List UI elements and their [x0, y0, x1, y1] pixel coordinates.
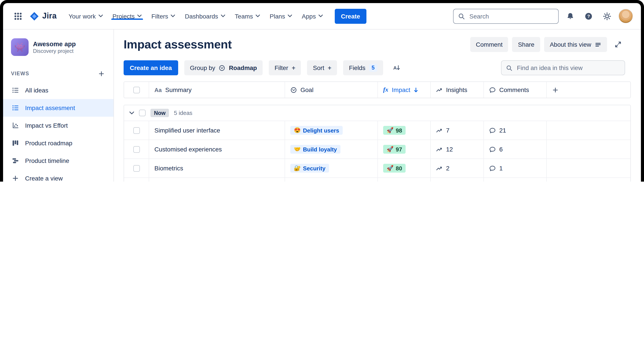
find-idea-input[interactable] [516, 64, 620, 72]
search-icon [506, 65, 512, 71]
app-switcher-icon [14, 12, 22, 20]
column-header-impact[interactable]: fx Impact [378, 82, 431, 98]
group-count: 5 ideas [174, 110, 192, 116]
chevron-down-icon [288, 15, 292, 18]
impact-chip[interactable]: 🚀97 [383, 145, 406, 154]
sidebar-item-create-a-view[interactable]: Create a view [3, 170, 114, 182]
rank-sort-button[interactable] [389, 61, 403, 75]
column-header-insights[interactable]: Insights [431, 82, 484, 98]
idea-summary[interactable]: Simplified user interface [154, 127, 220, 134]
idea-summary[interactable]: Biometrics [154, 165, 183, 172]
profile-avatar[interactable] [618, 9, 633, 23]
sidebar-item-label: Product roadmap [25, 140, 72, 147]
nav-item-dashboards[interactable]: Dashboards [180, 13, 230, 20]
idea-row[interactable]: Simplified user interface 😍Delight users… [124, 121, 630, 140]
app-switcher-button[interactable] [11, 9, 25, 23]
goal-label: Security [303, 165, 326, 171]
sidebar-item-product-timeline[interactable]: Product timeline [3, 152, 114, 170]
insights-count: 2 [446, 165, 450, 172]
impact-emoji: 🚀 [387, 166, 394, 171]
column-header-comments[interactable]: Comments [484, 82, 547, 98]
nav-item-filters[interactable]: Filters [146, 13, 180, 20]
idea-summary[interactable]: Customised experiences [154, 146, 222, 153]
sidebar-item-impact-vs-effort[interactable]: Impact vs Effort [3, 117, 114, 134]
goal-chip[interactable]: 🔐Security [290, 164, 329, 173]
settings-gear-icon [603, 12, 611, 20]
insights-cell[interactable]: 12 [431, 140, 484, 159]
plus-icon: + [328, 64, 331, 71]
global-search-input[interactable] [468, 12, 554, 20]
comments-count: 6 [499, 146, 503, 153]
insights-cell[interactable]: 2 [431, 159, 484, 177]
about-this-view-button[interactable]: About this view [544, 37, 607, 52]
jira-logo[interactable]: Jira [30, 11, 57, 21]
nav-item-your-work[interactable]: Your work [64, 13, 108, 20]
fields-button[interactable]: Fields 5 [343, 60, 383, 75]
sidebar-item-impact-assesment[interactable]: Impact assesment [3, 99, 114, 117]
fullscreen-button[interactable] [611, 38, 625, 52]
comments-cell[interactable]: 1 [484, 159, 547, 177]
goal-label: Build loyalty [303, 146, 337, 153]
column-header-goal[interactable]: Goal [285, 82, 378, 98]
collapse-group-icon[interactable] [129, 111, 134, 115]
insights-count: 12 [446, 146, 453, 153]
main-content: Impact assessment Comment Share About th… [114, 30, 641, 182]
comment-button[interactable]: Comment [470, 37, 508, 52]
insights-cell[interactable]: 3 [431, 178, 484, 182]
nav-item-plans[interactable]: Plans [265, 13, 297, 20]
sort-button[interactable]: Sort + [307, 60, 337, 75]
goal-chip[interactable]: 🤝Build loyalty [290, 145, 340, 154]
page-title: Impact assessment [124, 38, 470, 51]
chevron-down-icon [318, 15, 323, 18]
fields-count-badge: 5 [369, 64, 377, 72]
idea-row[interactable]: Biometrics 🔐Security 🚀80 2 1 [124, 159, 630, 177]
nav-item-projects[interactable]: Projects [108, 13, 146, 20]
nav-item-teams[interactable]: Teams [230, 13, 265, 20]
column-header-summary[interactable]: Aa Summary [149, 82, 285, 98]
insights-cell[interactable]: 7 [431, 121, 484, 140]
plus-icon: + [292, 64, 295, 71]
settings-button[interactable] [600, 9, 614, 23]
create-an-idea-button[interactable]: Create an idea [124, 60, 178, 75]
list-view-icon [11, 104, 20, 111]
find-idea-search[interactable] [501, 60, 625, 75]
share-button[interactable]: Share [512, 37, 540, 52]
comments-cell[interactable] [484, 178, 547, 182]
row-checkbox[interactable] [133, 165, 140, 171]
column-label: Comments [499, 86, 529, 93]
nav-item-apps[interactable]: Apps [297, 13, 328, 20]
group-checkbox[interactable] [139, 110, 146, 116]
row-checkbox[interactable] [133, 127, 140, 134]
notifications-button[interactable] [563, 9, 577, 23]
comments-cell[interactable]: 21 [484, 121, 547, 140]
idea-row[interactable]: Self service: insurance ✍️Self service 🚀… [124, 177, 630, 182]
target-icon [290, 87, 297, 93]
sidebar-item-product-roadmap[interactable]: Product roadmap [3, 134, 114, 152]
project-sidebar: 👾 Awesome app Discovery project VIEWS Al… [3, 30, 114, 182]
nav-label: Dashboards [185, 13, 218, 20]
filter-button[interactable]: Filter + [269, 60, 301, 75]
goal-chip[interactable]: 😍Delight users [290, 126, 343, 135]
chevron-down-icon [98, 15, 103, 18]
select-all-checkbox[interactable] [133, 87, 140, 93]
column-label: Goal [300, 86, 314, 93]
impact-chip[interactable]: 🚀80 [383, 164, 406, 173]
comments-cell[interactable]: 6 [484, 140, 547, 159]
global-search[interactable] [453, 9, 559, 24]
impact-chip[interactable]: 🚀98 [383, 126, 406, 135]
sidebar-item-all-ideas[interactable]: All ideas [3, 82, 114, 99]
help-button[interactable] [582, 9, 596, 23]
project-type: Discovery project [33, 48, 76, 54]
project-header[interactable]: 👾 Awesome app Discovery project [3, 38, 114, 56]
search-icon [458, 13, 465, 20]
impact-value: 97 [396, 146, 402, 153]
row-checkbox[interactable] [133, 146, 140, 153]
group-by-button[interactable]: Group by Roadmap [184, 60, 262, 75]
idea-row[interactable]: Customised experiences 🤝Build loyalty 🚀9… [124, 140, 630, 159]
about-this-view-label: About this view [550, 41, 591, 48]
add-field-column[interactable] [547, 82, 630, 98]
add-view-button[interactable] [96, 68, 106, 79]
project-avatar: 👾 [11, 38, 28, 56]
idea-group-now: Now 5 ideas Simplified user interface 😍D… [124, 105, 631, 182]
create-button[interactable]: Create [335, 9, 366, 24]
